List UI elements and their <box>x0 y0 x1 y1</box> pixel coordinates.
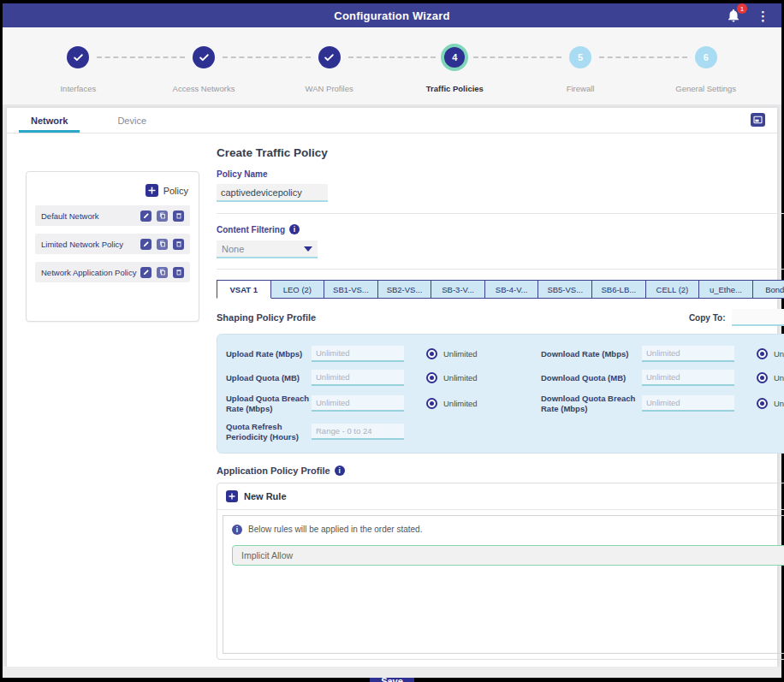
upload-quota-unlimited-radio[interactable]: Unlimited <box>426 372 520 383</box>
policy-row-default-network[interactable]: Default Network <box>35 205 190 226</box>
quota-refresh-input[interactable] <box>312 424 404 440</box>
download-breach-rate-input[interactable] <box>642 395 734 412</box>
popout-window-button[interactable] <box>751 113 765 127</box>
radio-selected-icon <box>426 398 437 409</box>
policy-row-limited-network-policy[interactable]: Limited Network Policy <box>35 234 190 254</box>
download-rate-input[interactable] <box>642 346 734 362</box>
content-area: Policy Default Network <box>7 133 777 660</box>
shaping-row-rate: Upload Rate (Mbps) Unlimited Download Ra… <box>226 346 784 362</box>
wizard-stepper: Interfaces Access Networks WAN Profiles … <box>3 27 781 104</box>
shaping-row-quota: Upload Quota (MB) Unlimited Download Quo… <box>226 370 784 386</box>
download-breach-unlimited-radio[interactable]: Unlimited <box>757 398 784 409</box>
content-filtering-select[interactable]: None <box>217 240 318 258</box>
download-rate-unlimited-radio[interactable]: Unlimited <box>757 348 784 359</box>
step-circle <box>193 46 215 68</box>
rules-info: Below rules will be applied in the order… <box>232 525 784 535</box>
delete-icon[interactable] <box>173 239 184 250</box>
radio-selected-icon <box>757 372 768 383</box>
plus-icon <box>226 490 238 502</box>
add-policy-button[interactable]: Policy <box>35 184 188 197</box>
policy-name-input[interactable] <box>217 184 328 202</box>
edit-icon[interactable] <box>140 267 151 278</box>
step-traffic-policies[interactable]: 4 Traffic Policies <box>392 46 518 93</box>
application-policy-title: Application Policy Profile <box>217 466 784 476</box>
copy-icon[interactable] <box>157 267 168 278</box>
policy-row-actions <box>140 267 184 278</box>
policy-list-card: Policy Default Network <box>26 171 199 322</box>
step-circle <box>318 46 341 68</box>
wan-tab-sb5[interactable]: SB5-VS... <box>538 280 592 299</box>
upload-breach-rate-input[interactable] <box>312 395 404 412</box>
upload-rate-input[interactable] <box>312 346 404 362</box>
step-circle: 6 <box>695 46 717 68</box>
upload-quota-input[interactable] <box>312 370 404 386</box>
step-access-networks[interactable]: Access Networks <box>141 46 267 93</box>
step-interfaces[interactable]: Interfaces <box>15 46 141 93</box>
wan-tab-sb1[interactable]: SB1-VS... <box>324 280 378 299</box>
create-policy-panel: Create Traffic Policy Policy Name Save C… <box>217 133 784 660</box>
wan-tab-uethe[interactable]: u_Ethe... <box>699 280 753 299</box>
info-icon[interactable] <box>289 224 300 234</box>
step-firewall[interactable]: 5 Firewall <box>518 46 644 93</box>
notifications-button[interactable]: 1 <box>726 8 741 23</box>
step-circle: 5 <box>569 46 591 68</box>
wan-tab-bonded[interactable]: Bonded <box>753 280 784 299</box>
policy-row-network-application-policy[interactable]: Network Application Policy <box>35 262 190 282</box>
info-icon[interactable] <box>335 466 345 476</box>
wan-tab-cell[interactable]: CELL (2) <box>646 280 700 299</box>
policy-row-actions <box>140 211 184 222</box>
copy-icon[interactable] <box>157 211 168 222</box>
content-filtering-label: Content Filtering <box>217 224 784 234</box>
rules-list-area: Below rules will be applied in the order… <box>223 515 784 654</box>
edit-icon[interactable] <box>140 239 151 250</box>
radio-selected-icon <box>426 372 437 383</box>
application-rules-box: New Rule Below rules will be applied in … <box>217 483 784 660</box>
radio-selected-icon <box>426 348 437 359</box>
radio-selected-icon <box>757 348 768 359</box>
wan-tab-leo[interactable]: LEO (2) <box>271 280 325 299</box>
window-icon <box>753 116 763 124</box>
step-circle <box>67 46 89 68</box>
footer-strip <box>3 667 781 678</box>
wan-tab-sb2[interactable]: SB2-VS... <box>378 280 432 299</box>
divider <box>217 213 784 214</box>
wan-tab-sb4[interactable]: SB-4-V... <box>485 280 539 299</box>
app-header: Configuration Wizard 1 ⋮ <box>3 3 781 27</box>
policy-list-column: Policy Default Network <box>26 133 199 660</box>
plus-icon <box>146 184 158 197</box>
header-actions: 1 ⋮ <box>726 3 769 27</box>
divider <box>217 269 784 270</box>
implicit-allow-select[interactable]: Implicit Allow <box>232 545 784 566</box>
edit-icon[interactable] <box>140 211 151 222</box>
step-general-settings[interactable]: 6 General Settings <box>643 46 769 93</box>
wan-tab-sb6[interactable]: SB6-LB... <box>592 280 646 299</box>
policy-name-row: Save <box>217 184 784 203</box>
wan-tab-vsat1[interactable]: VSAT 1 <box>217 280 271 299</box>
upload-breach-unlimited-radio[interactable]: Unlimited <box>426 398 520 409</box>
tab-network[interactable]: Network <box>19 108 80 133</box>
page: Configuration Wizard 1 ⋮ Interfaces <box>3 3 781 678</box>
delete-icon[interactable] <box>173 211 184 222</box>
wan-interface-tabs: VSAT 1 LEO (2) SB1-VS... SB2-VS... SB-3-… <box>217 280 784 299</box>
step-wan-profiles[interactable]: WAN Profiles <box>266 46 392 93</box>
check-icon <box>73 52 84 63</box>
notification-badge: 1 <box>737 3 747 14</box>
download-quota-input[interactable] <box>642 370 734 386</box>
main-tabbar: Network Device <box>7 108 777 133</box>
page-title: Configuration Wizard <box>334 9 449 22</box>
download-quota-unlimited-radio[interactable]: Unlimited <box>757 372 784 383</box>
caret-down-icon <box>304 246 312 252</box>
tab-device[interactable]: Device <box>105 108 158 133</box>
kebab-menu-icon[interactable]: ⋮ <box>757 9 769 22</box>
shaping-title: Shaping Policy Profile <box>217 312 316 323</box>
radio-selected-icon <box>757 398 768 409</box>
wan-tab-sb3[interactable]: SB-3-V... <box>431 280 485 299</box>
copy-to-select[interactable] <box>732 309 784 326</box>
delete-icon[interactable] <box>173 267 184 278</box>
shaping-header: Shaping Policy Profile Copy To: Reset <box>217 309 784 326</box>
shaping-row-breach: Upload Quota Breach Rate (Mbps) Unlimite… <box>226 394 784 414</box>
copy-icon[interactable] <box>157 239 168 250</box>
upload-rate-unlimited-radio[interactable]: Unlimited <box>426 348 520 359</box>
new-rule-button[interactable]: New Rule <box>217 483 784 510</box>
policy-row-actions <box>140 239 184 250</box>
